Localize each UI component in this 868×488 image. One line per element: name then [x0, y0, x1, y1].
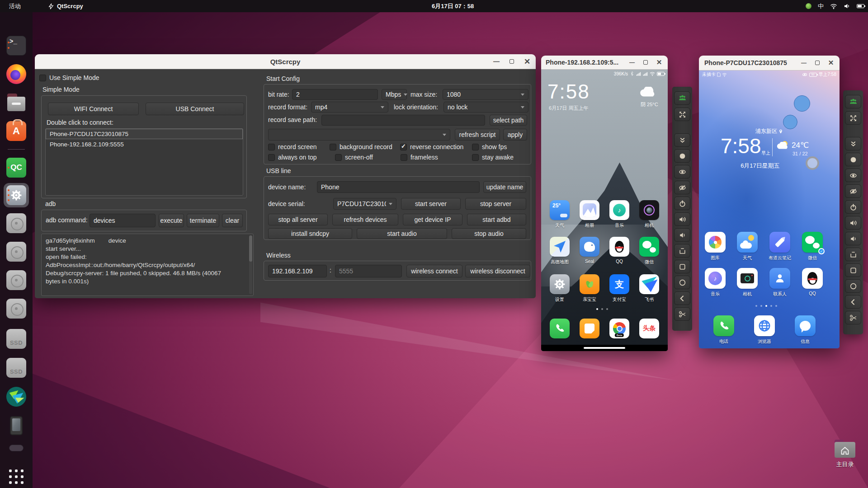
stay-awake-checkbox[interactable]: stay awake — [472, 154, 514, 161]
max-size-combo[interactable]: 1080 — [443, 89, 528, 100]
maximize-button[interactable] — [813, 59, 821, 67]
record-screen-checkbox[interactable]: record screen — [268, 143, 317, 150]
reverse-connection-checkbox[interactable]: reverse connection — [400, 143, 463, 150]
dock-item-disk-3[interactable] — [6, 270, 27, 291]
minimize-button[interactable]: — — [628, 58, 636, 66]
dock-item-disk-1[interactable] — [6, 213, 27, 234]
expand-panel-button[interactable] — [674, 133, 690, 147]
dock-item-ssd-2[interactable]: SSD — [6, 357, 27, 378]
apply-button[interactable]: apply — [503, 129, 527, 141]
app-alipay[interactable]: 支 支付宝 — [605, 274, 634, 303]
battery-icon[interactable] — [857, 4, 864, 8]
dock-item-settings[interactable] — [6, 185, 27, 206]
lock-orientation-combo[interactable]: no lock — [443, 102, 528, 113]
wireless-ip-input[interactable] — [268, 265, 327, 277]
volume-down-button[interactable] — [674, 228, 690, 242]
app-seal[interactable]: Seal — [575, 237, 604, 264]
checkbox[interactable] — [401, 154, 407, 161]
dock-app-notes[interactable] — [575, 319, 604, 338]
dock-item-phone-device[interactable] — [6, 415, 27, 436]
dock-item-firefox[interactable] — [6, 64, 27, 84]
wireless-connect-button[interactable]: wireless connect — [406, 265, 462, 277]
record-format-combo[interactable]: mp4 — [311, 102, 388, 113]
close-button[interactable]: ✕ — [523, 57, 531, 66]
dock-app-toutiao[interactable]: 头条 — [635, 319, 664, 338]
checkbox[interactable] — [268, 154, 275, 161]
volume-icon[interactable] — [844, 3, 850, 9]
dock-app-messages[interactable]: 信息 — [791, 315, 820, 345]
fullscreen-button[interactable] — [674, 108, 690, 121]
checkbox[interactable] — [330, 144, 336, 150]
dock-app-chrome-beta[interactable]: Beta — [605, 319, 634, 338]
show-applications-button[interactable] — [6, 466, 27, 487]
back-button[interactable] — [674, 291, 690, 305]
app-weather[interactable]: 天气 — [733, 232, 762, 261]
wireless-port-input[interactable] — [335, 265, 402, 277]
wifi-icon[interactable] — [830, 4, 837, 9]
dock-item-disk-4[interactable] — [6, 298, 27, 319]
refresh-script-button[interactable]: refresh script — [455, 129, 500, 141]
assistive-ball[interactable] — [806, 156, 819, 170]
touch-button[interactable] — [674, 149, 690, 163]
frameless-checkbox[interactable]: frameless — [401, 154, 438, 161]
app-qinbaobao[interactable]: 亲宝宝 — [575, 274, 604, 303]
close-button[interactable]: ✕ — [827, 59, 835, 67]
screen-off-checkbox[interactable]: screen-off — [335, 154, 373, 161]
device-list-item[interactable]: Phone-192.168.2.109:5555 — [46, 139, 243, 150]
clock-button[interactable]: 6月17日 07：58 — [427, 0, 478, 12]
device-serial-combo[interactable]: P7CDU17C23010 — [333, 198, 396, 210]
stop-server-button[interactable]: stop server — [465, 198, 526, 210]
device-name-input[interactable] — [317, 181, 480, 193]
refresh-devices-button[interactable]: refresh devices — [332, 214, 398, 225]
app-qq[interactable]: QQ — [605, 237, 634, 264]
app-gallery[interactable]: 相册 — [575, 200, 604, 229]
home-button[interactable] — [845, 279, 861, 293]
focused-app-menu[interactable]: QtScrcpy — [43, 0, 88, 12]
always-on-top-checkbox[interactable]: always on top — [268, 154, 317, 161]
group-control-button[interactable] — [674, 91, 690, 105]
app-wechat[interactable]: 微信 — [635, 237, 664, 265]
wireless-disconnect-button[interactable]: wireless disconnect — [465, 265, 530, 277]
group-control-button[interactable] — [845, 95, 861, 108]
select-path-button[interactable]: select path — [490, 115, 527, 126]
app-gallery[interactable]: 图库 — [701, 232, 730, 261]
show-fps-checkbox[interactable]: show fps — [472, 143, 507, 150]
power-button[interactable] — [845, 200, 861, 214]
dock-app-phone[interactable]: 电话 — [709, 315, 738, 345]
ime-indicator[interactable]: 中 — [818, 2, 824, 10]
background-record-checkbox[interactable]: background record — [330, 143, 392, 150]
system-tray[interactable]: 中 — [806, 0, 864, 12]
volume-up-button[interactable] — [674, 212, 690, 226]
volume-down-button[interactable] — [845, 232, 861, 245]
close-button[interactable]: ✕ — [655, 58, 663, 66]
checkbox[interactable] — [472, 154, 479, 161]
screenshot-button[interactable] — [674, 307, 690, 321]
phone1-titlebar[interactable]: Phone-192.168.2.109:5... — ✕ — [541, 56, 668, 70]
app-qq[interactable]: QQ — [798, 268, 827, 296]
app-camera[interactable]: 相机 — [733, 268, 762, 297]
fullscreen-button[interactable] — [845, 111, 861, 125]
app-switch-button[interactable] — [845, 248, 861, 261]
device-list-item[interactable]: Phone-P7CDU17C23010875 — [46, 129, 243, 139]
dock-item-ubuntu-software[interactable]: A — [6, 121, 27, 141]
bit-rate-input[interactable] — [292, 89, 378, 100]
dock-item-ssd-1[interactable]: SSD — [6, 328, 27, 349]
home-indicator[interactable] — [584, 347, 625, 349]
menu-button[interactable] — [845, 263, 861, 277]
screen-share-indicator-icon[interactable] — [806, 3, 811, 9]
execute-button[interactable]: execute — [159, 214, 184, 227]
record-save-path-input[interactable] — [321, 115, 485, 126]
clear-button[interactable]: clear — [222, 214, 243, 227]
app-camera[interactable]: 相机 — [635, 200, 664, 229]
adb-console-output[interactable]: ga7d65ylnj6xinhm device start server... … — [41, 234, 254, 296]
dock-item-disk-2[interactable] — [6, 241, 27, 262]
screen-on-button[interactable] — [674, 165, 690, 178]
back-button[interactable] — [845, 295, 861, 309]
terminate-button[interactable]: terminate — [187, 214, 219, 227]
app-wechat[interactable]: ✓ 微信 — [798, 232, 827, 261]
device-list[interactable]: Phone-P7CDU17C23010875 Phone-192.168.2.1… — [45, 128, 243, 196]
home-folder-desktop-icon[interactable]: 主目录 — [833, 440, 857, 469]
install-sndcpy-button[interactable]: install sndcpy — [268, 228, 352, 239]
wifi-connect-button[interactable]: WIFI Connect — [48, 103, 139, 115]
app-feishu[interactable]: 飞书 — [635, 274, 664, 303]
